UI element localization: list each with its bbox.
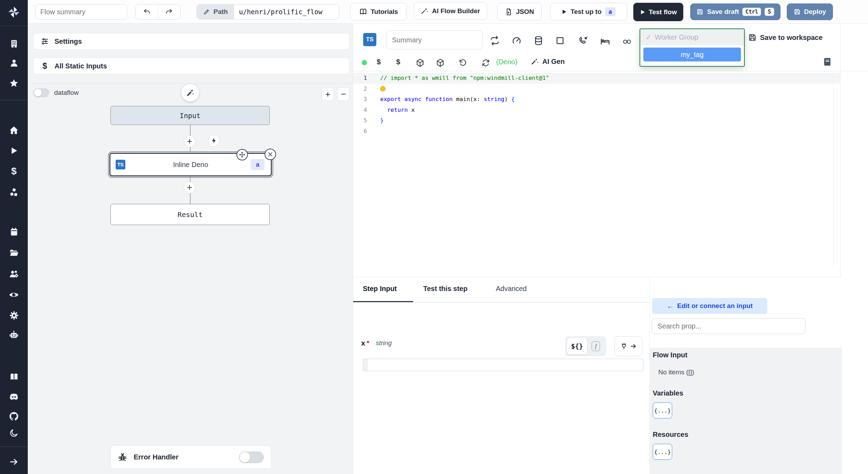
cache-database-icon[interactable] bbox=[533, 35, 544, 46]
save-to-workspace-button[interactable]: Save to workspace bbox=[748, 33, 823, 42]
input-mode-toggle-group: ${} f bbox=[565, 336, 606, 356]
sidebar-divider bbox=[0, 447, 28, 447]
fn-mode-button[interactable]: f bbox=[587, 338, 604, 355]
settings-gear-icon[interactable] bbox=[0, 310, 28, 321]
variables-dollar-icon[interactable]: $ bbox=[0, 166, 28, 176]
search-prop-input[interactable] bbox=[652, 318, 806, 334]
ai-gen-button[interactable]: AI Gen bbox=[531, 58, 565, 66]
code-editor[interactable]: 123456 // import * as wmill from "npm:wi… bbox=[353, 72, 840, 267]
ai-flow-builder-button[interactable]: AI Flow Builder bbox=[414, 2, 487, 20]
kbd-s: S bbox=[765, 8, 774, 16]
worker-group-dropdown[interactable]: ✓ Worker Group my_tag bbox=[640, 28, 745, 67]
kbd-ctrl: Ctrl bbox=[742, 8, 761, 16]
deno-lang-hint[interactable]: (Deno) bbox=[496, 58, 517, 66]
step-summary-input[interactable] bbox=[386, 31, 483, 49]
move-step-button[interactable] bbox=[236, 149, 248, 160]
save-draft-button[interactable]: Save draft Ctrl S bbox=[690, 3, 781, 20]
trigger-bolt-button[interactable] bbox=[208, 135, 220, 147]
package-cube-icon[interactable] bbox=[436, 58, 445, 67]
test-up-to-label: Test up to bbox=[570, 8, 601, 16]
tab-step-input[interactable]: Step Input bbox=[363, 285, 397, 293]
runs-play-icon[interactable] bbox=[0, 146, 28, 155]
expr-mode-button[interactable]: ${} bbox=[567, 338, 587, 355]
test-up-to-button[interactable]: Test up to a bbox=[550, 3, 627, 20]
redo-button[interactable] bbox=[158, 5, 181, 19]
path-value[interactable]: u/henri/prolific_flow bbox=[234, 8, 322, 16]
flow-settings-bar[interactable]: Settings bbox=[33, 33, 349, 50]
ai-gen-label: AI Gen bbox=[542, 58, 565, 66]
variables-section-title: Variables bbox=[653, 389, 683, 397]
dollar-icon: $ bbox=[41, 61, 49, 71]
worker-group-option-selected[interactable]: my_tag bbox=[643, 48, 741, 61]
delete-step-button[interactable] bbox=[265, 149, 276, 160]
app-sidebar: $ bbox=[0, 0, 28, 474]
topbar: Path u/henri/prolific_flow Tutorials AI … bbox=[28, 0, 868, 24]
expand-sidebar-arrow-icon[interactable] bbox=[0, 457, 28, 467]
variables-object-chip[interactable]: {...} bbox=[653, 402, 672, 418]
resources-cubes-icon[interactable] bbox=[0, 188, 28, 198]
check-icon: ✓ bbox=[646, 33, 651, 41]
test-flow-button[interactable]: Test flow bbox=[633, 3, 683, 21]
mock-square-icon[interactable] bbox=[555, 35, 565, 46]
sidebar-divider bbox=[0, 26, 28, 26]
save-draft-label: Save draft bbox=[707, 8, 739, 16]
discord-icon[interactable] bbox=[0, 392, 28, 402]
audit-eye-icon[interactable] bbox=[0, 290, 28, 300]
reset-rotate-ccw-icon[interactable] bbox=[458, 58, 467, 67]
sliders-icon bbox=[41, 37, 49, 45]
tab-advanced[interactable]: Advanced bbox=[496, 285, 527, 293]
github-icon[interactable] bbox=[0, 411, 28, 422]
star-icon[interactable] bbox=[0, 78, 28, 88]
variables-dollar-icon[interactable]: $ bbox=[396, 58, 400, 66]
arrow-left-icon: ← bbox=[667, 302, 674, 310]
add-step-button[interactable] bbox=[184, 182, 195, 193]
library-book-icon[interactable] bbox=[823, 57, 832, 67]
schedules-calendar-icon[interactable] bbox=[0, 227, 28, 236]
ai-wand-button[interactable] bbox=[181, 84, 199, 102]
flow-summary-input[interactable] bbox=[35, 4, 127, 19]
undo-button[interactable] bbox=[136, 5, 158, 19]
flow-input-node[interactable]: Input bbox=[110, 106, 270, 125]
folders-icon[interactable] bbox=[0, 248, 28, 258]
refresh-lang-icon[interactable] bbox=[481, 58, 490, 67]
flow-result-node[interactable]: Result bbox=[110, 204, 270, 225]
all-static-inputs-bar[interactable]: $ All Static Inputs bbox=[33, 58, 349, 74]
path-label: Path bbox=[214, 8, 228, 16]
flow-editor-panel: Settings $ All Static Inputs dataflow + … bbox=[28, 24, 353, 474]
user-icon[interactable] bbox=[0, 58, 28, 68]
zoom-in-button[interactable]: + bbox=[322, 87, 334, 101]
add-step-button[interactable] bbox=[184, 135, 195, 147]
assets-dollar-icon[interactable]: $ bbox=[377, 58, 381, 66]
typescript-badge: TS bbox=[363, 33, 376, 46]
tab-bar: Step Input Test this step Advanced bbox=[353, 277, 649, 302]
gauge-timeout-icon[interactable] bbox=[511, 35, 522, 46]
dataflow-toggle[interactable] bbox=[33, 88, 49, 97]
dark-mode-moon-icon[interactable] bbox=[0, 428, 28, 438]
editor-header: TS ✓ Worker Group bbox=[353, 24, 868, 71]
retry-loop-icon[interactable] bbox=[490, 35, 500, 46]
workers-robot-icon[interactable] bbox=[0, 330, 28, 340]
windmill-logo-icon[interactable] bbox=[0, 6, 28, 19]
shared-directory-icon[interactable] bbox=[622, 38, 632, 46]
edit-or-connect-button[interactable]: ← Edit or connect an input bbox=[652, 298, 767, 314]
home-icon[interactable] bbox=[0, 125, 28, 135]
connect-input-plug-button[interactable] bbox=[615, 336, 642, 356]
workspace-building-icon[interactable] bbox=[0, 39, 28, 48]
play-icon bbox=[561, 9, 567, 15]
error-handler-toggle[interactable] bbox=[239, 451, 264, 463]
tutorials-button[interactable]: Tutorials bbox=[350, 3, 407, 20]
tab-test-this-step[interactable]: Test this step bbox=[423, 285, 467, 293]
path-control[interactable]: Path u/henri/prolific_flow bbox=[197, 4, 339, 19]
docs-book-icon[interactable] bbox=[0, 372, 28, 382]
resources-object-chip[interactable]: {...} bbox=[653, 444, 672, 460]
field-value-input[interactable] bbox=[363, 359, 643, 371]
zoom-out-button[interactable]: − bbox=[337, 87, 350, 101]
groups-users-gear-icon[interactable] bbox=[0, 269, 28, 279]
json-button[interactable]: JSON bbox=[497, 3, 542, 20]
error-handler-card[interactable]: Error Handler bbox=[110, 446, 271, 469]
flow-input-section-title: Flow Input bbox=[653, 351, 687, 359]
sleep-bed-icon[interactable] bbox=[600, 36, 610, 47]
suspend-phone-icon[interactable] bbox=[578, 35, 589, 46]
package-cube-icon[interactable] bbox=[416, 58, 425, 67]
deploy-button[interactable]: Deploy bbox=[787, 3, 833, 20]
